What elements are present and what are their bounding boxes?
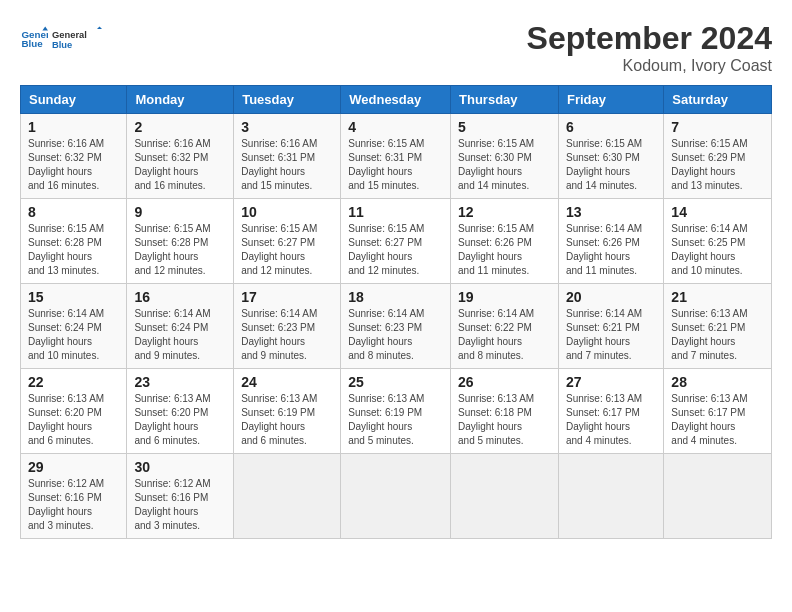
day-number: 22 — [28, 374, 119, 390]
header-friday: Friday — [558, 86, 663, 114]
calendar-cell: 30Sunrise: 6:12 AMSunset: 6:16 PMDayligh… — [127, 454, 234, 539]
day-detail: Sunrise: 6:14 AMSunset: 6:26 PMDaylight … — [566, 222, 656, 278]
calendar-cell: 6Sunrise: 6:15 AMSunset: 6:30 PMDaylight… — [558, 114, 663, 199]
calendar-cell: 27Sunrise: 6:13 AMSunset: 6:17 PMDayligh… — [558, 369, 663, 454]
calendar-cell: 13Sunrise: 6:14 AMSunset: 6:26 PMDayligh… — [558, 199, 663, 284]
location-title: Kodoum, Ivory Coast — [527, 57, 772, 75]
calendar-cell: 11Sunrise: 6:15 AMSunset: 6:27 PMDayligh… — [341, 199, 451, 284]
calendar-cell: 15Sunrise: 6:14 AMSunset: 6:24 PMDayligh… — [21, 284, 127, 369]
calendar-cell — [234, 454, 341, 539]
day-detail: Sunrise: 6:14 AMSunset: 6:22 PMDaylight … — [458, 307, 551, 363]
logo: General Blue General Blue — [20, 20, 102, 58]
calendar-cell: 20Sunrise: 6:14 AMSunset: 6:21 PMDayligh… — [558, 284, 663, 369]
page-header: General Blue General Blue September 2024… — [20, 20, 772, 75]
day-detail: Sunrise: 6:15 AMSunset: 6:27 PMDaylight … — [241, 222, 333, 278]
logo-svg: General Blue — [52, 20, 102, 58]
day-detail: Sunrise: 6:14 AMSunset: 6:23 PMDaylight … — [348, 307, 443, 363]
svg-text:Blue: Blue — [52, 40, 72, 50]
day-detail: Sunrise: 6:14 AMSunset: 6:24 PMDaylight … — [28, 307, 119, 363]
calendar-cell: 28Sunrise: 6:13 AMSunset: 6:17 PMDayligh… — [664, 369, 772, 454]
calendar-cell: 16Sunrise: 6:14 AMSunset: 6:24 PMDayligh… — [127, 284, 234, 369]
calendar-week-2: 8Sunrise: 6:15 AMSunset: 6:28 PMDaylight… — [21, 199, 772, 284]
svg-text:General: General — [52, 30, 87, 40]
day-number: 11 — [348, 204, 443, 220]
title-block: September 2024 Kodoum, Ivory Coast — [527, 20, 772, 75]
calendar-week-1: 1Sunrise: 6:16 AMSunset: 6:32 PMDaylight… — [21, 114, 772, 199]
calendar-cell: 17Sunrise: 6:14 AMSunset: 6:23 PMDayligh… — [234, 284, 341, 369]
calendar-cell: 25Sunrise: 6:13 AMSunset: 6:19 PMDayligh… — [341, 369, 451, 454]
calendar-cell — [558, 454, 663, 539]
day-number: 9 — [134, 204, 226, 220]
day-number: 21 — [671, 289, 764, 305]
day-detail: Sunrise: 6:13 AMSunset: 6:17 PMDaylight … — [566, 392, 656, 448]
day-detail: Sunrise: 6:15 AMSunset: 6:29 PMDaylight … — [671, 137, 764, 193]
calendar-cell: 26Sunrise: 6:13 AMSunset: 6:18 PMDayligh… — [451, 369, 559, 454]
header-wednesday: Wednesday — [341, 86, 451, 114]
calendar-cell: 18Sunrise: 6:14 AMSunset: 6:23 PMDayligh… — [341, 284, 451, 369]
calendar-cell — [451, 454, 559, 539]
day-detail: Sunrise: 6:13 AMSunset: 6:17 PMDaylight … — [671, 392, 764, 448]
day-detail: Sunrise: 6:14 AMSunset: 6:24 PMDaylight … — [134, 307, 226, 363]
day-detail: Sunrise: 6:13 AMSunset: 6:19 PMDaylight … — [348, 392, 443, 448]
day-detail: Sunrise: 6:16 AMSunset: 6:32 PMDaylight … — [28, 137, 119, 193]
day-detail: Sunrise: 6:13 AMSunset: 6:20 PMDaylight … — [28, 392, 119, 448]
svg-text:Blue: Blue — [21, 38, 43, 49]
day-number: 8 — [28, 204, 119, 220]
calendar-cell: 7Sunrise: 6:15 AMSunset: 6:29 PMDaylight… — [664, 114, 772, 199]
day-number: 19 — [458, 289, 551, 305]
day-detail: Sunrise: 6:15 AMSunset: 6:26 PMDaylight … — [458, 222, 551, 278]
calendar-week-4: 22Sunrise: 6:13 AMSunset: 6:20 PMDayligh… — [21, 369, 772, 454]
day-detail: Sunrise: 6:13 AMSunset: 6:18 PMDaylight … — [458, 392, 551, 448]
month-title: September 2024 — [527, 20, 772, 57]
day-detail: Sunrise: 6:13 AMSunset: 6:21 PMDaylight … — [671, 307, 764, 363]
calendar-cell — [341, 454, 451, 539]
header-sunday: Sunday — [21, 86, 127, 114]
day-number: 14 — [671, 204, 764, 220]
calendar-cell: 3Sunrise: 6:16 AMSunset: 6:31 PMDaylight… — [234, 114, 341, 199]
calendar-cell: 2Sunrise: 6:16 AMSunset: 6:32 PMDaylight… — [127, 114, 234, 199]
day-detail: Sunrise: 6:13 AMSunset: 6:20 PMDaylight … — [134, 392, 226, 448]
calendar-cell: 24Sunrise: 6:13 AMSunset: 6:19 PMDayligh… — [234, 369, 341, 454]
day-detail: Sunrise: 6:13 AMSunset: 6:19 PMDaylight … — [241, 392, 333, 448]
calendar-cell: 14Sunrise: 6:14 AMSunset: 6:25 PMDayligh… — [664, 199, 772, 284]
header-saturday: Saturday — [664, 86, 772, 114]
day-detail: Sunrise: 6:14 AMSunset: 6:23 PMDaylight … — [241, 307, 333, 363]
day-number: 10 — [241, 204, 333, 220]
calendar-cell: 12Sunrise: 6:15 AMSunset: 6:26 PMDayligh… — [451, 199, 559, 284]
day-detail: Sunrise: 6:15 AMSunset: 6:30 PMDaylight … — [566, 137, 656, 193]
day-number: 5 — [458, 119, 551, 135]
day-number: 24 — [241, 374, 333, 390]
day-detail: Sunrise: 6:15 AMSunset: 6:31 PMDaylight … — [348, 137, 443, 193]
day-number: 25 — [348, 374, 443, 390]
logo-icon: General Blue — [20, 25, 48, 53]
calendar-body: 1Sunrise: 6:16 AMSunset: 6:32 PMDaylight… — [21, 114, 772, 539]
day-number: 26 — [458, 374, 551, 390]
calendar-header-row: SundayMondayTuesdayWednesdayThursdayFrid… — [21, 86, 772, 114]
day-number: 1 — [28, 119, 119, 135]
calendar-cell: 5Sunrise: 6:15 AMSunset: 6:30 PMDaylight… — [451, 114, 559, 199]
day-detail: Sunrise: 6:14 AMSunset: 6:21 PMDaylight … — [566, 307, 656, 363]
day-number: 3 — [241, 119, 333, 135]
calendar-cell: 8Sunrise: 6:15 AMSunset: 6:28 PMDaylight… — [21, 199, 127, 284]
header-monday: Monday — [127, 86, 234, 114]
calendar-table: SundayMondayTuesdayWednesdayThursdayFrid… — [20, 85, 772, 539]
header-thursday: Thursday — [451, 86, 559, 114]
day-number: 4 — [348, 119, 443, 135]
day-number: 16 — [134, 289, 226, 305]
calendar-week-5: 29Sunrise: 6:12 AMSunset: 6:16 PMDayligh… — [21, 454, 772, 539]
day-number: 30 — [134, 459, 226, 475]
day-detail: Sunrise: 6:12 AMSunset: 6:16 PMDaylight … — [134, 477, 226, 533]
day-number: 20 — [566, 289, 656, 305]
day-detail: Sunrise: 6:15 AMSunset: 6:30 PMDaylight … — [458, 137, 551, 193]
day-number: 6 — [566, 119, 656, 135]
day-number: 15 — [28, 289, 119, 305]
calendar-cell: 1Sunrise: 6:16 AMSunset: 6:32 PMDaylight… — [21, 114, 127, 199]
day-detail: Sunrise: 6:15 AMSunset: 6:28 PMDaylight … — [134, 222, 226, 278]
calendar-cell: 23Sunrise: 6:13 AMSunset: 6:20 PMDayligh… — [127, 369, 234, 454]
day-number: 13 — [566, 204, 656, 220]
day-number: 7 — [671, 119, 764, 135]
calendar-cell: 21Sunrise: 6:13 AMSunset: 6:21 PMDayligh… — [664, 284, 772, 369]
header-tuesday: Tuesday — [234, 86, 341, 114]
day-detail: Sunrise: 6:15 AMSunset: 6:28 PMDaylight … — [28, 222, 119, 278]
calendar-cell: 10Sunrise: 6:15 AMSunset: 6:27 PMDayligh… — [234, 199, 341, 284]
